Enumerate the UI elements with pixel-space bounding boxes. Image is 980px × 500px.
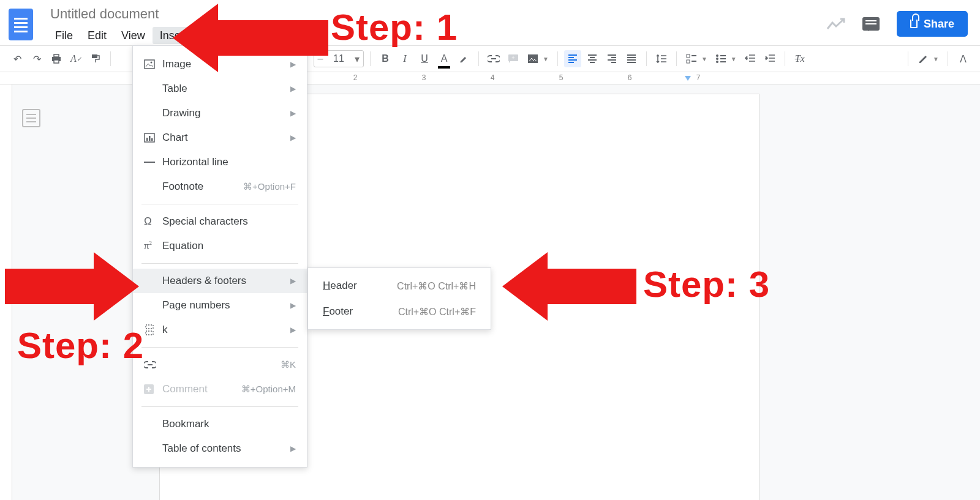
- menu-item-label: Drawing: [162, 107, 290, 119]
- toolbar-sep: [370, 51, 371, 66]
- text-color-button[interactable]: A: [435, 50, 453, 67]
- chevron-down-icon[interactable]: ▼: [701, 56, 707, 62]
- menu-separator: [141, 204, 298, 204]
- paint-format-button[interactable]: [87, 50, 104, 67]
- spellcheck-button[interactable]: A✓: [67, 50, 85, 67]
- chart-icon: [144, 133, 162, 143]
- menu-item-equation[interactable]: π2 Equation: [133, 234, 307, 258]
- clear-formatting-button[interactable]: Tx: [791, 50, 809, 67]
- font-size-control[interactable]: – 11 ▾: [314, 50, 364, 67]
- ruler-tick: 3: [422, 73, 426, 82]
- submenu-item-header[interactable]: Header Ctrl+⌘O Ctrl+⌘H: [308, 273, 491, 299]
- menu-item-drawing[interactable]: Drawing ▶: [133, 101, 307, 125]
- vertical-ruler[interactable]: [0, 84, 12, 500]
- svg-point-10: [716, 58, 718, 60]
- chevron-down-icon[interactable]: ▼: [933, 56, 939, 62]
- svg-rect-20: [146, 331, 153, 335]
- svg-rect-12: [145, 60, 154, 69]
- menu-item-link[interactable]: ⌘K: [133, 353, 307, 377]
- toolbar-sep: [948, 51, 948, 66]
- toolbar-sep: [110, 51, 111, 66]
- menu-item-label: Table: [162, 83, 290, 95]
- outdent-button[interactable]: [742, 50, 759, 67]
- insert-image-button[interactable]: [524, 50, 541, 67]
- italic-button[interactable]: I: [396, 50, 413, 67]
- menu-edit[interactable]: Edit: [80, 27, 114, 44]
- menu-help-partial[interactable]: elp: [312, 31, 327, 43]
- menu-view[interactable]: View: [114, 27, 153, 44]
- insert-link-button[interactable]: [485, 50, 502, 67]
- menu-item-toc[interactable]: Table of contents ▶: [133, 436, 307, 461]
- editing-mode-button[interactable]: [914, 50, 932, 67]
- menu-item-table[interactable]: Table ▶: [133, 76, 307, 101]
- font-size-decrease[interactable]: –: [314, 53, 326, 64]
- menu-item-page-numbers[interactable]: Page numbers ▶: [133, 293, 307, 318]
- menu-item-label: Horizontal line: [162, 156, 296, 168]
- ruler-right-margin-icon[interactable]: [685, 76, 691, 81]
- horizontal-line-icon: [144, 161, 162, 163]
- menu-item-label: k: [162, 324, 290, 336]
- activity-icon[interactable]: [827, 18, 845, 30]
- font-size-increase[interactable]: ▾: [351, 53, 363, 65]
- submenu-arrow-icon: ▶: [290, 84, 296, 93]
- insert-comment-button[interactable]: +: [505, 50, 522, 67]
- ruler-tick: 2: [353, 73, 358, 82]
- align-center-button[interactable]: [584, 50, 601, 67]
- menu-item-headers-footers[interactable]: Headers & footers ▶: [133, 269, 307, 293]
- svg-rect-2: [54, 60, 59, 63]
- svg-rect-15: [146, 138, 148, 141]
- menu-file[interactable]: File: [48, 27, 80, 44]
- menubar: File Edit View Insert: [48, 27, 209, 44]
- submenu-arrow-icon: ▶: [290, 301, 296, 310]
- ruler-tick: 5: [559, 73, 564, 82]
- svg-rect-8: [687, 60, 690, 63]
- redo-button[interactable]: ↷: [28, 50, 45, 67]
- menu-insert[interactable]: Insert: [153, 27, 195, 44]
- lock-icon: [910, 20, 918, 28]
- chevron-down-icon[interactable]: ▼: [731, 56, 737, 62]
- line-spacing-button[interactable]: [653, 50, 670, 67]
- checklist-button[interactable]: [683, 50, 700, 67]
- document-outline-button[interactable]: [22, 109, 40, 127]
- menu-item-chart[interactable]: Chart ▶: [133, 125, 307, 150]
- ruler-tick: 6: [628, 73, 632, 82]
- menu-item-horizontal-line[interactable]: Horizontal line: [133, 150, 307, 174]
- page-break-icon: [144, 324, 162, 335]
- comments-icon[interactable]: [862, 17, 880, 31]
- svg-rect-17: [151, 138, 153, 141]
- menu-item-bookmark[interactable]: Bookmark: [133, 412, 307, 436]
- pi-icon: π2: [144, 240, 162, 252]
- submenu-item-footer[interactable]: Footer Ctrl+⌘O Ctrl+⌘F: [308, 299, 491, 324]
- menu-item-label: Table of contents: [162, 442, 290, 455]
- menu-item-break[interactable]: k ▶: [133, 318, 307, 342]
- align-justify-button[interactable]: [623, 50, 640, 67]
- collapse-toolbar-button[interactable]: ᐱ: [954, 50, 971, 67]
- svg-point-13: [151, 62, 153, 64]
- share-button[interactable]: Share: [897, 11, 968, 37]
- toolbar-sep: [646, 51, 647, 66]
- highlight-button[interactable]: [455, 50, 472, 67]
- menu-item-special-characters[interactable]: Ω Special characters: [133, 209, 307, 234]
- svg-rect-1: [54, 54, 59, 57]
- align-left-button[interactable]: [564, 50, 581, 67]
- underline-button[interactable]: U: [416, 50, 433, 67]
- toolbar-sep: [676, 51, 677, 66]
- menu-item-label: Headers & footers: [162, 275, 290, 287]
- menu-shortcut: ⌘K: [281, 359, 296, 370]
- chevron-down-icon[interactable]: ▼: [543, 56, 549, 62]
- menu-item-footnote[interactable]: Footnote ⌘+Option+F: [133, 174, 307, 199]
- align-right-button[interactable]: [603, 50, 620, 67]
- docs-logo-icon[interactable]: [9, 9, 33, 40]
- font-size-value[interactable]: 11: [326, 53, 351, 64]
- plus-box-icon: [144, 384, 162, 394]
- print-button[interactable]: [48, 50, 65, 67]
- undo-button[interactable]: ↶: [9, 50, 26, 67]
- document-title[interactable]: Untitled document: [50, 6, 159, 22]
- indent-button[interactable]: [761, 50, 778, 67]
- link-icon: [144, 361, 162, 368]
- svg-rect-19: [146, 325, 153, 329]
- menu-item-image[interactable]: Image ▶: [133, 52, 307, 76]
- bold-button[interactable]: B: [377, 50, 394, 67]
- menu-item-label: Image: [162, 58, 290, 70]
- bullet-list-button[interactable]: [712, 50, 729, 67]
